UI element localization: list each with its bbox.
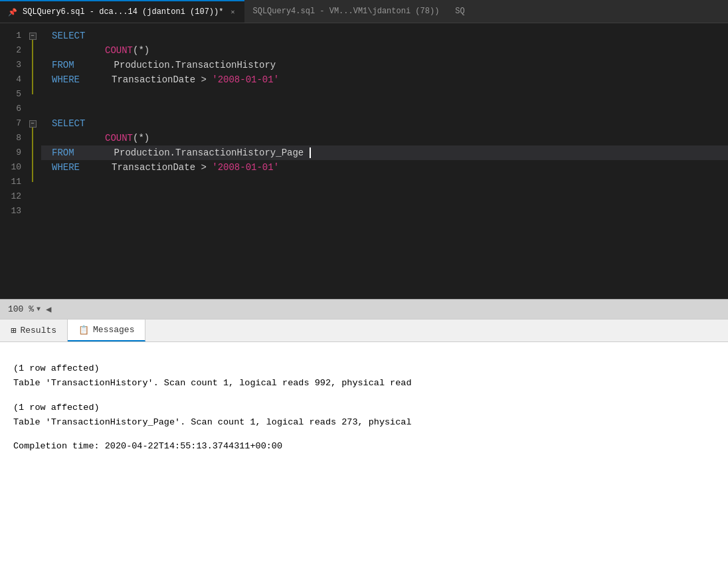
tab-results[interactable]: ⊞ Results [0,320,68,341]
tab-sqlquery6-label: SQLQuery6.sql - dca...14 (jdantoni (107)… [23,7,223,17]
tab-messages[interactable]: 📋 Messages [68,320,145,341]
select-kw-2: SELECT [52,118,85,129]
code-editor[interactable]: SELECT COUNT(*) FROMProduction.Transacti… [39,23,728,299]
code-line-2: COUNT(*) [41,43,728,58]
where-expr-2: TransactionDate > [112,162,212,173]
cg-line-7: − [27,116,39,131]
vline-9 [33,145,33,160]
line-num-9: 9 [0,145,21,160]
cg-line-6 [27,102,39,116]
line-numbers: 1 2 3 4 5 6 7 8 9 10 11 12 13 [0,23,27,299]
msg-line-4: Table 'TransactionHistory_Page'. Scan co… [13,416,715,429]
tab-sq[interactable]: SQ [447,0,472,23]
messages-doc-icon: 📋 [78,325,89,335]
tab-pin-icon: 📌 [8,8,17,17]
cg-line-10 [27,160,39,175]
where-expr-1: TransactionDate > [112,74,212,85]
tab-bar: 📌 SQLQuery6.sql - dca...14 (jdantoni (10… [0,0,728,23]
msg-spacer-3 [13,430,715,440]
code-line-5 [41,87,728,102]
count-fn-2: COUNT [105,133,133,143]
line-num-2: 2 [0,43,21,58]
code-line-9: FROMProduction.TransactionHistory_Page [41,145,728,160]
code-line-1: SELECT [41,29,728,43]
count-fn-1: COUNT [105,45,133,56]
where-kw-1: WHERE [52,74,80,85]
cg-line-8 [27,131,39,145]
line-num-5: 5 [0,87,21,102]
cg-line-2 [27,43,39,58]
collapse-gutter: − − [27,23,39,299]
tab-sq-label: SQ [455,7,464,16]
zoom-dropdown-arrow: ▼ [37,306,41,313]
scroll-left-arrow[interactable]: ◀ [46,304,51,315]
line-num-12: 12 [0,189,21,204]
from-kw-1: FROM [52,60,74,70]
msg-line-2: Table 'TransactionHistory'. Scan count 1… [13,377,715,390]
line-num-8: 8 [0,131,21,145]
code-line-7: SELECT [41,116,728,131]
collapse-btn-2[interactable]: − [29,120,37,128]
line-num-7: 7 [0,116,21,131]
collapse-btn-1[interactable]: − [29,33,37,40]
code-line-4: WHERETransactionDate > '2008-01-01' [41,72,728,87]
results-grid-icon: ⊞ [11,325,16,336]
vline-8 [33,131,33,145]
line-num-4: 4 [0,72,21,87]
line-num-10: 10 [0,160,21,175]
vline-4 [33,72,33,87]
msg-spacer-2 [13,392,715,401]
tab-results-label: Results [20,326,56,335]
main-window: 📌 SQLQuery6.sql - dca...14 (jdantoni (10… [0,0,728,566]
code-line-6 [41,102,728,116]
line-num-3: 3 [0,58,21,72]
line-num-13: 13 [0,204,21,219]
cg-line-9 [27,145,39,160]
tab-sqlquery4-label: SQLQuery4.sql - VM...VM1\jdantoni (78)) [252,7,439,16]
count-paren-2: (*) [133,133,149,143]
vline-11 [33,175,33,182]
msg-line-5: Completion time: 2020-04-22T14:55:13.374… [13,440,715,453]
editor-body: 1 2 3 4 5 6 7 8 9 10 11 12 13 − [0,23,728,299]
tab-messages-label: Messages [93,325,134,335]
line-num-6: 6 [0,102,21,116]
tab-sqlquery4[interactable]: SQLQuery4.sql - VM...VM1\jdantoni (78)) [244,0,447,23]
vline-2 [33,43,33,58]
code-line-3: FROMProduction.TransactionHistory [41,58,728,72]
vline-10 [33,160,33,175]
cg-line-1: − [27,29,39,43]
zoom-label: 100 % [8,304,34,314]
where-kw-2: WHERE [52,162,80,173]
cg-line-4 [27,72,39,87]
count-paren-1: (*) [133,45,149,56]
vline-5 [33,87,33,94]
from-kw-2: FROM [52,147,74,158]
vline-3 [33,58,33,72]
cg-line-5 [27,87,39,102]
from-table-2: Production.TransactionHistory_Page [114,147,311,158]
zoom-control[interactable]: 100 % ▼ [8,304,41,314]
line-num-11: 11 [0,175,21,189]
results-tab-bar: ⊞ Results 📋 Messages [0,319,728,342]
msg-spacer-1 [13,353,715,362]
code-line-11 [41,175,728,189]
line-num-1: 1 [0,29,21,43]
where-val-2: '2008-01-01' [212,162,279,173]
code-line-8: COUNT(*) [41,131,728,145]
results-section: ⊞ Results 📋 Messages (1 row affected) Ta… [0,319,728,566]
from-table-1: Production.TransactionHistory [114,60,276,70]
msg-line-3: (1 row affected) [13,401,715,415]
zoom-bar: 100 % ▼ ◀ [0,299,728,319]
messages-area: (1 row affected) Table 'TransactionHisto… [0,342,728,566]
code-line-10: WHERETransactionDate > '2008-01-01' [41,160,728,175]
cg-line-11 [27,175,39,189]
tab-sqlquery6[interactable]: 📌 SQLQuery6.sql - dca...14 (jdantoni (10… [0,0,244,23]
tab-close-icon[interactable]: ✕ [228,7,236,17]
select-kw-1: SELECT [52,31,85,41]
msg-line-1: (1 row affected) [13,362,715,375]
cg-line-3 [27,58,39,72]
where-val-1: '2008-01-01' [212,74,279,85]
editor-area: 1 2 3 4 5 6 7 8 9 10 11 12 13 − [0,23,728,299]
